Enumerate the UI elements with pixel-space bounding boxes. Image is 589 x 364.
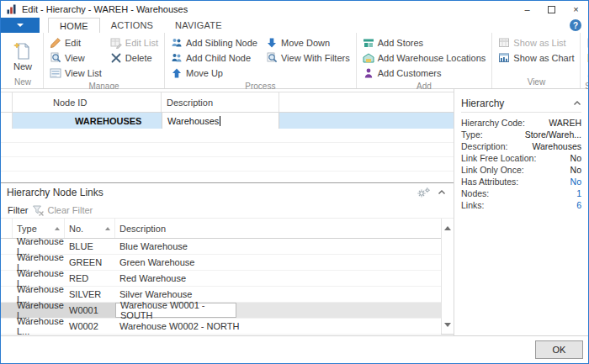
empty-grid-row[interactable] bbox=[1, 157, 454, 171]
ribbon-group-manage: Edit View View List Edit List bbox=[44, 33, 165, 88]
link-row-red[interactable]: Warehouse L... RED Red Warehouse bbox=[1, 271, 441, 287]
column-header-no[interactable]: No. bbox=[65, 219, 115, 238]
tab-navigate[interactable]: NAVIGATE bbox=[164, 18, 233, 33]
cell-no: W0001 bbox=[65, 303, 115, 318]
people-icon bbox=[171, 37, 183, 49]
add-sibling-node-button[interactable]: Add Sibling Node bbox=[167, 35, 262, 50]
edit-list-button: Edit List bbox=[106, 35, 162, 50]
help-button[interactable]: ? bbox=[570, 19, 581, 31]
application-menu-button[interactable] bbox=[1, 18, 40, 33]
filter-label: Filter bbox=[8, 205, 28, 215]
factbox-field: Links: 6 bbox=[461, 199, 581, 211]
scroll-up-button[interactable] bbox=[442, 222, 454, 235]
tab-home[interactable]: HOME bbox=[48, 18, 100, 33]
links-button[interactable]: Links bbox=[582, 66, 589, 81]
factbox-field: Type: Store/Wareh... bbox=[461, 129, 581, 140]
group-caption-new: New bbox=[4, 76, 41, 88]
links-filter-bar: Filter Clear Filter bbox=[1, 202, 454, 219]
add-customers-button[interactable]: Add Customers bbox=[358, 66, 491, 81]
empty-grid-row[interactable] bbox=[1, 129, 454, 143]
link-row-w0002[interactable]: Warehouse L... W0002 Warehouse W0002 - N… bbox=[1, 319, 441, 335]
vertical-scrollbar[interactable] bbox=[441, 219, 454, 334]
ribbon-group-process: Add Sibling Node Add Child Node Move Up … bbox=[165, 33, 357, 88]
factbox-field: Description: Warehouses bbox=[461, 140, 581, 152]
node-row-warehouses[interactable]: WAREHOUSES Warehouses bbox=[1, 113, 454, 129]
show-as-list-button: Show as List bbox=[494, 35, 578, 50]
delete-x-icon bbox=[110, 52, 122, 64]
gears-icon[interactable] bbox=[417, 187, 431, 198]
collapse-chevron-icon[interactable] bbox=[438, 189, 446, 196]
links-table-header: Type No. Description bbox=[1, 219, 441, 239]
person-icon bbox=[363, 67, 374, 79]
scroll-down-button[interactable] bbox=[442, 319, 454, 331]
description-edit-cell[interactable]: Warehouses bbox=[162, 113, 279, 129]
magnifier-icon bbox=[266, 52, 278, 64]
edit-button[interactable]: Edit bbox=[45, 35, 106, 50]
move-down-button[interactable]: Move Down bbox=[262, 35, 354, 50]
column-header-description[interactable]: Description bbox=[115, 219, 441, 238]
clear-filter-icon bbox=[32, 204, 44, 216]
add-warehouse-locations-button[interactable]: Add Warehouse Locations bbox=[358, 50, 491, 66]
cell-description: Green Warehouse bbox=[115, 255, 441, 270]
ribbon-tab-bar: HOME ACTIONS NAVIGATE ? bbox=[1, 18, 588, 33]
delete-button[interactable]: Delete bbox=[106, 50, 162, 66]
edit-list-icon bbox=[110, 37, 122, 49]
view-with-filters-button[interactable]: View With Filters bbox=[262, 50, 354, 66]
ribbon-group-view: Show as List Show as Chart View bbox=[492, 33, 581, 88]
has-attributes-link[interactable]: No bbox=[570, 177, 581, 187]
row-selector-header bbox=[1, 219, 13, 238]
window-title: Edit - Hierarchy - WAREH - Warehouses bbox=[22, 4, 515, 14]
magnifier-icon bbox=[50, 52, 61, 64]
footer-bar: OK bbox=[1, 336, 588, 363]
column-header-type[interactable]: Type bbox=[13, 219, 65, 238]
link-row-blue[interactable]: Warehouse L... BLUE Blue Warehouse bbox=[1, 239, 441, 255]
help-icon: ? bbox=[573, 21, 578, 30]
maximize-icon bbox=[548, 6, 555, 13]
row-filler bbox=[279, 113, 454, 129]
link-row-green[interactable]: Warehouse L... GREEN Green Warehouse bbox=[1, 255, 441, 271]
cell-description: Warehouse W0001 - SOUTH bbox=[115, 303, 236, 318]
links-count-link[interactable]: 6 bbox=[576, 200, 581, 210]
maximize-button[interactable] bbox=[539, 1, 564, 18]
tab-actions[interactable]: ACTIONS bbox=[100, 18, 164, 33]
row-selector[interactable] bbox=[1, 113, 13, 129]
column-header-description[interactable]: Description bbox=[162, 92, 279, 112]
row-selector-header bbox=[1, 92, 13, 112]
table-gray-icon bbox=[498, 37, 510, 49]
factbox-fields: Hierarchy Code: WAREH Type: Store/Wareh.… bbox=[461, 117, 581, 211]
cell-no: BLUE bbox=[65, 239, 115, 254]
minimize-button[interactable]: – bbox=[515, 1, 539, 18]
link-row-w0001-selected[interactable]: Warehouse L... W0001 Warehouse W0001 - S… bbox=[1, 303, 441, 319]
node-grid: Node ID Description WAREHOUSES Warehouse… bbox=[1, 92, 454, 171]
nodes-count-link[interactable]: 1 bbox=[576, 188, 581, 198]
node-id-cell[interactable]: WAREHOUSES bbox=[13, 113, 162, 129]
new-button[interactable]: New bbox=[4, 35, 41, 76]
hierarchy-node-links-section: Hierarchy Node Links Filter Clear Filter bbox=[1, 182, 454, 335]
cell-no: SILVER bbox=[65, 287, 115, 302]
store-icon bbox=[363, 37, 374, 49]
move-up-button[interactable]: Move Up bbox=[167, 66, 262, 81]
collapse-chevron-icon[interactable] bbox=[573, 100, 581, 107]
links-section-header: Hierarchy Node Links bbox=[1, 183, 454, 202]
group-caption-view: View bbox=[494, 76, 578, 88]
add-stores-button[interactable]: Add Stores bbox=[358, 35, 491, 50]
add-child-node-button[interactable]: Add Child Node bbox=[167, 50, 262, 66]
cell-description: Red Warehouse bbox=[115, 271, 441, 286]
empty-grid-row[interactable] bbox=[1, 143, 454, 157]
arrow-down-icon bbox=[266, 37, 278, 49]
view-list-button[interactable]: View List bbox=[45, 66, 106, 81]
show-as-chart-button[interactable]: Show as Chart bbox=[494, 50, 578, 66]
minimize-icon: – bbox=[524, 4, 529, 14]
title-bar: Edit - Hierarchy - WAREH - Warehouses – … bbox=[1, 1, 588, 18]
triangle-up-icon bbox=[444, 226, 451, 230]
cell-description: Warehouse W0002 - NORTH bbox=[115, 319, 441, 334]
notes-button[interactable]: Notes bbox=[582, 50, 589, 66]
close-button[interactable]: × bbox=[564, 1, 588, 18]
links-clear-filter-button[interactable]: Clear Filter bbox=[32, 204, 93, 216]
column-header-node-id[interactable]: Node ID bbox=[13, 92, 162, 112]
view-button[interactable]: View bbox=[45, 50, 106, 66]
cell-no: W0002 bbox=[65, 319, 115, 334]
content-area: Node ID Description WAREHOUSES Warehouse… bbox=[1, 89, 588, 336]
factbox-field: Nodes: 1 bbox=[461, 187, 581, 199]
ok-button[interactable]: OK bbox=[535, 340, 583, 359]
